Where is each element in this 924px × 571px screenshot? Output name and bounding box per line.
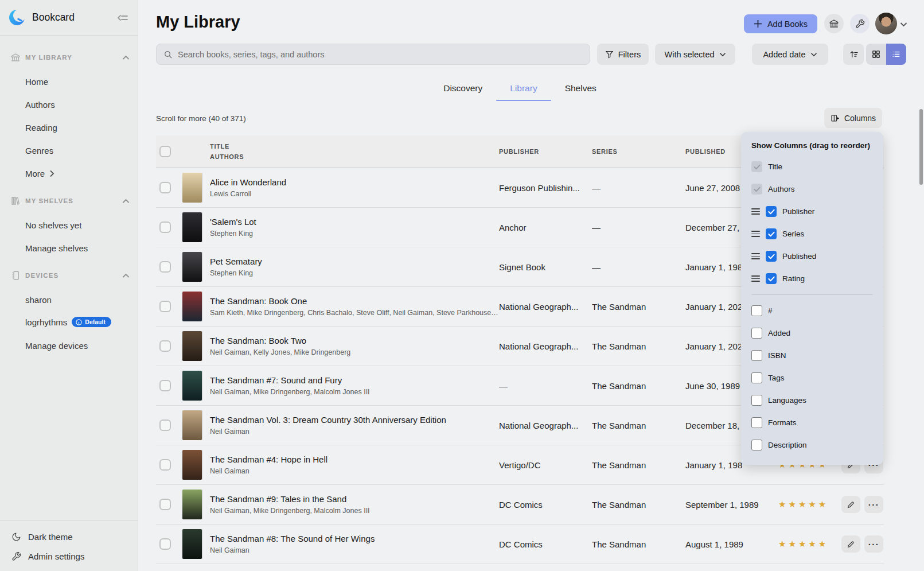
cell-series: The Sandman xyxy=(592,421,685,430)
column-option-unchecked: Tags xyxy=(751,367,873,389)
section-my-library[interactable]: MY LIBRARY xyxy=(10,46,130,68)
with-selected-dropdown[interactable]: With selected xyxy=(655,44,735,65)
drag-handle-icon[interactable] xyxy=(751,208,760,215)
more-button[interactable]: ··· xyxy=(864,535,883,553)
checkbox-unchecked[interactable] xyxy=(751,328,762,339)
columns-icon xyxy=(831,114,840,123)
book-title[interactable]: The Sandman: Book One xyxy=(210,296,499,306)
book-title[interactable]: The Sandman: Book Two xyxy=(210,336,350,345)
row-checkbox[interactable] xyxy=(159,419,171,431)
book-title[interactable]: The Sandman #9: Tales in the Sand xyxy=(210,494,370,504)
book-cover xyxy=(182,212,202,242)
drag-handle-icon[interactable] xyxy=(751,253,760,259)
sidebar-item[interactable]: Manage devices xyxy=(25,335,132,356)
sidebar-item[interactable]: sharon xyxy=(25,289,132,310)
search-bar[interactable] xyxy=(156,44,590,65)
sidebar-item[interactable]: Manage shelves xyxy=(25,237,132,259)
settings-button[interactable] xyxy=(850,14,870,33)
cell-series: The Sandman xyxy=(592,341,685,351)
sort-direction-button[interactable] xyxy=(843,44,864,65)
cell-publisher: DC Comics xyxy=(499,500,592,510)
checkbox-checked[interactable] xyxy=(766,206,777,217)
row-checkbox[interactable] xyxy=(159,380,171,391)
row-checkbox[interactable] xyxy=(159,538,171,550)
search-icon xyxy=(163,50,173,59)
pencil-icon xyxy=(847,540,855,549)
tab-discovery[interactable]: Discovery xyxy=(430,78,496,101)
book-title[interactable]: The Sandman #7: Sound and Fury xyxy=(210,375,370,385)
app-logo-icon xyxy=(9,10,25,25)
row-checkbox[interactable] xyxy=(159,301,171,312)
search-input[interactable] xyxy=(178,50,583,59)
grid-view-button[interactable] xyxy=(866,44,886,65)
rating-stars[interactable]: ★★★★★ xyxy=(778,499,841,510)
chevron-down-icon[interactable] xyxy=(900,19,907,29)
book-authors: Stephen King xyxy=(210,269,262,277)
drag-handle-icon[interactable] xyxy=(751,231,760,237)
book-authors: Neil Gaiman xyxy=(210,467,328,475)
select-all-checkbox[interactable] xyxy=(159,146,171,157)
sidebar-item[interactable]: Genres xyxy=(25,139,132,161)
book-title[interactable]: The Sandman Vol. 3: Dream Country 30th A… xyxy=(210,415,446,425)
sidebar-item[interactable]: No shelves yet xyxy=(25,214,132,236)
filters-button[interactable]: Filters xyxy=(597,44,649,65)
row-checkbox[interactable] xyxy=(159,222,171,233)
add-books-button[interactable]: Add Books xyxy=(744,14,817,33)
book-title[interactable]: 'Salem's Lot xyxy=(210,217,256,227)
checkbox-unchecked[interactable] xyxy=(751,440,762,450)
sort-field-dropdown[interactable]: Added date xyxy=(752,44,828,65)
section-my-shelves[interactable]: MY SHELVES xyxy=(10,190,130,212)
library-home-button[interactable] xyxy=(824,14,844,33)
table-row[interactable]: The Sandman #8: The Sound of Her Wings N… xyxy=(156,525,884,564)
chevron-up-icon[interactable] xyxy=(122,199,130,204)
checkbox-unchecked[interactable] xyxy=(751,350,762,361)
checkbox-unchecked[interactable] xyxy=(751,372,762,383)
checkbox-checked[interactable] xyxy=(766,228,777,239)
collapse-sidebar-icon[interactable] xyxy=(117,13,128,22)
book-title[interactable]: Alice in Wonderland xyxy=(210,177,286,187)
chevron-up-icon[interactable] xyxy=(122,55,130,60)
chevron-up-icon[interactable] xyxy=(122,273,130,278)
list-view-button[interactable] xyxy=(886,44,906,65)
admin-settings-item[interactable]: Admin settings xyxy=(11,546,132,566)
page-title: My Library xyxy=(156,13,240,32)
sidebar-item[interactable]: logrhythms Default xyxy=(25,311,132,333)
book-title[interactable]: Pet Sematary xyxy=(210,257,262,266)
device-icon xyxy=(10,270,25,281)
row-checkbox[interactable] xyxy=(159,459,171,471)
sidebar-item[interactable]: More xyxy=(25,162,132,184)
checkbox-unchecked[interactable] xyxy=(751,395,762,406)
tab-library[interactable]: Library xyxy=(496,78,551,101)
book-authors: Neil Gaiman xyxy=(210,546,375,554)
row-checkbox[interactable] xyxy=(159,499,171,510)
table-row[interactable]: The Sandman #9: Tales in the Sand Neil G… xyxy=(156,485,884,525)
checkbox-unchecked[interactable] xyxy=(751,305,762,316)
checkbox-checked[interactable] xyxy=(766,273,777,284)
sidebar-item[interactable]: Authors xyxy=(25,94,132,115)
user-avatar[interactable] xyxy=(875,13,897,34)
checkbox-checked[interactable] xyxy=(766,251,777,262)
tab-shelves[interactable]: Shelves xyxy=(551,78,610,101)
dark-theme-toggle[interactable]: Dark theme xyxy=(11,526,132,547)
columns-button[interactable]: Columns xyxy=(824,108,882,128)
sidebar-item[interactable]: Home xyxy=(25,71,132,92)
column-option-unchecked: ISBN xyxy=(751,344,873,367)
book-cover xyxy=(182,490,202,519)
page-scrollbar[interactable] xyxy=(919,109,923,185)
rating-stars[interactable]: ★★★★★ xyxy=(778,539,841,549)
drag-handle-icon[interactable] xyxy=(751,275,760,282)
row-checkbox[interactable] xyxy=(159,340,171,352)
edit-button[interactable] xyxy=(841,496,860,513)
edit-button[interactable] xyxy=(841,535,860,553)
checkbox-unchecked[interactable] xyxy=(751,417,762,428)
book-title[interactable]: The Sandman #8: The Sound of Her Wings xyxy=(210,534,375,543)
sidebar: Bookcard MY LIBRARY Home Authors Reading… xyxy=(0,0,138,571)
more-button[interactable]: ··· xyxy=(864,496,883,513)
book-title[interactable]: The Sandman #4: Hope in Hell xyxy=(210,455,328,464)
cell-series: The Sandman xyxy=(592,500,685,510)
sidebar-item[interactable]: Reading xyxy=(25,116,132,138)
section-devices[interactable]: DEVICES xyxy=(10,265,130,286)
row-checkbox[interactable] xyxy=(159,261,171,273)
panel-title: Show Columns (drag to reorder) xyxy=(751,141,873,150)
row-checkbox[interactable] xyxy=(159,182,171,193)
